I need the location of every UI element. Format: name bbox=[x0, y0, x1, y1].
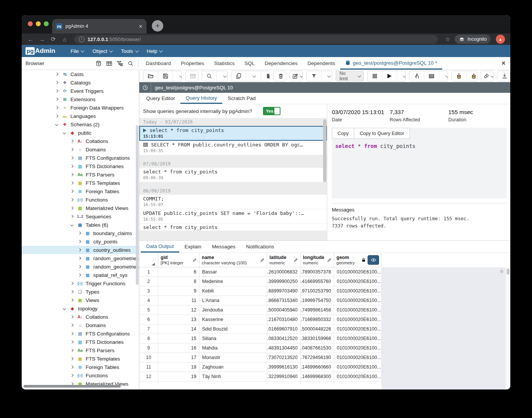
gid-cell[interactable]: 18 bbox=[158, 362, 199, 372]
menu-item[interactable]: Tools bbox=[116, 48, 142, 54]
grid-view-icon[interactable] bbox=[104, 57, 115, 70]
tree-item[interactable]: ⊞ Foreign Tables bbox=[22, 363, 139, 371]
query-editor-tab[interactable]: Query Editor bbox=[141, 93, 180, 104]
tree-item[interactable]: ❖ Catalogs bbox=[22, 78, 139, 87]
tree-item[interactable]: Aa FTS Parsers bbox=[22, 170, 139, 179]
query-editor-tab[interactable]: Scratch Pad bbox=[222, 93, 261, 104]
tab-close-icon[interactable]: ✕ bbox=[139, 24, 143, 29]
name-cell[interactable]: Kasserine bbox=[199, 315, 267, 324]
gid-cell[interactable]: 15 bbox=[158, 334, 199, 343]
tree-item[interactable]: ▣ FTS Templates bbox=[22, 354, 139, 363]
tree-item[interactable]: ⇆ Casts bbox=[22, 70, 139, 78]
find-replace-grid-button[interactable] bbox=[186, 71, 199, 81]
tree-item[interactable]: ▦ boundary_claims bbox=[22, 229, 139, 237]
panel-tab[interactable]: Statistics bbox=[209, 57, 240, 70]
tree-item[interactable]: ⟳ Event Triggers bbox=[22, 87, 139, 95]
chevron-icon[interactable] bbox=[54, 81, 59, 84]
rollback-button[interactable] bbox=[467, 71, 477, 81]
tree-item[interactable]: ❏ Types bbox=[22, 288, 139, 296]
panel-tab[interactable]: Properties bbox=[176, 57, 209, 70]
menu-item[interactable]: Object bbox=[88, 48, 116, 54]
query-tool-tab[interactable]: geo_test/postgres@PostgreSQL 10 * bbox=[340, 57, 442, 70]
longitude-cell[interactable]: 8.74999861458 bbox=[301, 305, 334, 315]
name-cell[interactable]: Siliana bbox=[199, 334, 267, 343]
save-dropdown-button[interactable] bbox=[173, 71, 182, 81]
chevron-icon[interactable] bbox=[77, 232, 82, 234]
sql-panel-icon[interactable] bbox=[93, 57, 104, 70]
panel-tab[interactable]: Dependencies bbox=[260, 57, 303, 70]
chevron-icon[interactable] bbox=[70, 207, 74, 209]
sidebar-horizontal-scrollbar[interactable] bbox=[24, 385, 121, 388]
latitude-cell[interactable]: .39999900250 bbox=[267, 277, 301, 286]
chevron-icon[interactable] bbox=[77, 249, 82, 251]
chevron-icon[interactable] bbox=[70, 349, 74, 351]
search-dropdown-button[interactable] bbox=[217, 71, 228, 81]
tree-item[interactable]: ◈ topology bbox=[22, 304, 139, 313]
geom-cell[interactable]: 0101000020E6100... bbox=[334, 324, 382, 334]
longitude-cell[interactable]: 9.38330159966 bbox=[301, 334, 334, 343]
chevron-icon[interactable] bbox=[70, 358, 74, 360]
latitude-cell[interactable]: .73070213520 bbox=[267, 353, 301, 362]
copy-button[interactable]: Copy bbox=[332, 128, 354, 139]
row-number-cell[interactable]: 7 bbox=[139, 324, 158, 334]
chevron-icon[interactable] bbox=[70, 291, 74, 293]
forward-icon[interactable]: → bbox=[37, 36, 47, 43]
home-icon[interactable]: ⌂ bbox=[60, 36, 70, 43]
tree-item[interactable]: ▣ Views bbox=[22, 296, 139, 304]
tree-item[interactable]: {≡} Trigger Functions bbox=[22, 279, 139, 288]
panel-tab[interactable]: Dependents bbox=[303, 57, 340, 70]
tree-item[interactable]: ▦ country_outlines bbox=[22, 246, 139, 254]
history-entry[interactable]: select * from city_points bbox=[139, 224, 327, 231]
column-header-longitude[interactable]: longitudenumeric bbox=[301, 253, 334, 267]
tree-item[interactable]: ⌂ Domains bbox=[22, 145, 139, 154]
latitude-cell[interactable]: .48391304450 bbox=[267, 343, 301, 353]
chevron-icon[interactable] bbox=[77, 257, 82, 259]
geom-cell[interactable]: 0101000020E6100... bbox=[334, 277, 382, 286]
name-cell[interactable]: Mahdia bbox=[199, 343, 267, 353]
execute-dropdown-button[interactable] bbox=[397, 71, 406, 81]
gid-cell[interactable]: 8 bbox=[158, 277, 199, 286]
tree-item[interactable]: ▦ random_geometries bbox=[22, 262, 139, 271]
history-entry[interactable]: UPDATE public.city_points SET name = 'Fl… bbox=[139, 209, 327, 224]
latitude-cell[interactable]: .39999616130 bbox=[267, 362, 301, 372]
longitude-cell[interactable]: 0.41669955760 bbox=[301, 277, 334, 286]
tree-item[interactable]: ▥ FTS Dictionaries bbox=[22, 338, 139, 346]
latitude-cell[interactable]: .68999703490 bbox=[267, 286, 301, 296]
gid-cell[interactable]: 9 bbox=[158, 286, 199, 296]
geom-cell[interactable]: 0101000020E6100... bbox=[334, 372, 382, 381]
chevron-icon[interactable] bbox=[54, 106, 59, 109]
history-entry[interactable]: SELECT * FROM public.country_outlines OR… bbox=[139, 141, 327, 155]
copy-dropdown-button[interactable] bbox=[246, 71, 261, 81]
chevron-icon[interactable] bbox=[62, 132, 67, 134]
gid-cell[interactable]: 16 bbox=[158, 343, 199, 353]
tree-item[interactable]: ▦ Materialized Views bbox=[22, 204, 139, 212]
chevron-icon[interactable] bbox=[54, 115, 59, 117]
gid-cell[interactable]: 17 bbox=[158, 353, 199, 362]
panel-tab[interactable]: SQL bbox=[240, 57, 260, 70]
tree-item[interactable]: ⊞ Extensions bbox=[22, 95, 139, 103]
back-icon[interactable]: ← bbox=[25, 36, 35, 43]
row-number-cell[interactable]: 5 bbox=[139, 305, 158, 315]
chevron-icon[interactable] bbox=[54, 73, 59, 75]
latitude-cell[interactable]: .50000405940 bbox=[267, 305, 301, 315]
chevron-icon[interactable] bbox=[77, 265, 82, 268]
name-cell[interactable]: Zaghouan bbox=[199, 362, 267, 372]
chevron-icon[interactable] bbox=[70, 282, 74, 284]
geom-cell[interactable]: 0101000020E6100... bbox=[334, 362, 382, 372]
tree-item[interactable]: ▦ Tables (6) bbox=[22, 221, 139, 229]
tree-item[interactable]: ▥ FTS Dictionaries bbox=[22, 162, 139, 170]
column-header-latitude[interactable]: latitudenumeric bbox=[267, 253, 301, 267]
grid-scroll-dot[interactable] bbox=[500, 270, 503, 273]
row-number-cell[interactable]: 12 bbox=[139, 372, 158, 381]
tree-item[interactable]: ▬ Languages bbox=[22, 112, 139, 120]
row-number-cell[interactable]: 11 bbox=[139, 362, 158, 372]
close-panel-icon[interactable]: ✕ bbox=[501, 60, 506, 66]
name-cell[interactable]: Jendouba bbox=[199, 305, 267, 315]
latitude-cell[interactable]: .21670310480 bbox=[267, 315, 301, 324]
longitude-cell[interactable]: 8.97100253790 bbox=[301, 286, 334, 296]
reload-icon[interactable]: ⟳ bbox=[48, 36, 58, 43]
name-cell[interactable]: Kebili bbox=[199, 286, 267, 296]
column-header-geom[interactable]: geomgeometry bbox=[334, 253, 382, 267]
query-editor-tab[interactable]: Query History bbox=[180, 93, 223, 104]
geom-cell[interactable]: 0101000020E6100... bbox=[334, 353, 382, 362]
